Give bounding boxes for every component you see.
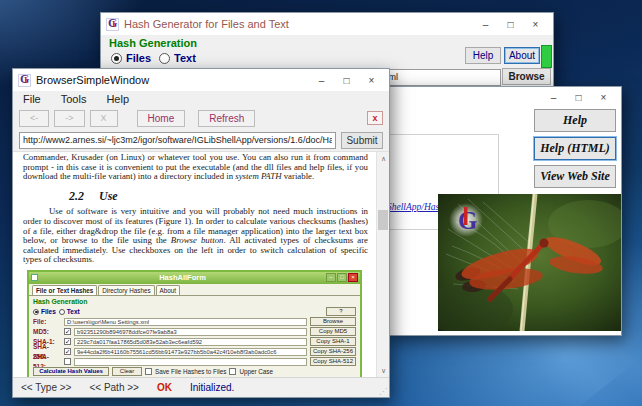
close-icon[interactable]: × — [359, 71, 384, 90]
status-initialized: Initialized. — [190, 382, 234, 393]
hash-generation-group-label: Hash Generation — [33, 297, 356, 307]
scroll-down-icon[interactable]: ∨ — [377, 364, 389, 377]
tab-file-or-text-hashes: File or Text Hashes — [32, 285, 97, 295]
view-website-button[interactable]: View Web Site — [534, 165, 616, 188]
sha512-hash-field — [74, 358, 307, 366]
radio-dot-icon — [111, 53, 122, 64]
browse-button: Browse — [310, 317, 356, 326]
sha1-hash-field: 229c7da017faa17865d5d083e52ab3ec6eafd592 — [74, 338, 307, 346]
browser-titlebar[interactable]: GI BrowserSimpleWindow – □ × — [13, 69, 389, 91]
app-logo-icon: GI — [106, 18, 119, 31]
text-radio: Text — [59, 307, 80, 317]
md5-checkbox: ✓ — [64, 328, 71, 335]
tab-about: About — [156, 285, 180, 295]
hash-generator-titlebar[interactable]: GI Hash Generator for Files and Text – □… — [101, 13, 553, 35]
save-hashes-checkbox — [145, 368, 152, 375]
window-title: Hash Generator for Files and Text — [124, 18, 289, 30]
about-button[interactable]: About — [504, 47, 540, 64]
calculate-hash-values-button: Calculate Hash Values — [33, 367, 109, 376]
minimize-icon[interactable]: – — [309, 71, 334, 90]
md5-hash-field: b92351290b8946978ddfce07fe9ab8a3 — [74, 328, 307, 336]
document-view: Commander, Krusader (on Linux) or whatev… — [13, 152, 376, 377]
sha256-checkbox: ✓ — [64, 348, 71, 355]
home-button[interactable]: Home — [137, 110, 186, 127]
status-type: << Type >> — [21, 382, 71, 393]
resize-grip[interactable]: ⋰ — [379, 387, 387, 396]
browser-toolbar: <- -> X Home Refresh x — [13, 107, 389, 129]
maximize-icon[interactable]: □ — [566, 88, 591, 107]
minimize-icon: – — [326, 273, 336, 282]
help-button[interactable]: Help — [465, 47, 501, 64]
scroll-up-icon[interactable]: ∧ — [377, 152, 389, 165]
status-ok: OK — [157, 382, 172, 393]
stop-button[interactable]: X — [90, 110, 118, 127]
help-about-window: – □ × ShellApp/HashForm Help Help (HTML)… — [386, 86, 622, 336]
browse-button[interactable]: Browse — [502, 68, 551, 85]
close-icon[interactable]: × — [523, 15, 548, 34]
maximize-icon[interactable]: □ — [498, 15, 523, 34]
sha512-checkbox — [64, 358, 71, 365]
file-path-field: D:\users\igor\Menu Settings.xml — [64, 318, 307, 326]
sha256-hash-field: 9e44cda2f6b41160b75561cd56bb91473e927bb5… — [74, 348, 307, 356]
clear-button: Clear — [112, 367, 142, 376]
menu-bar: File Tools Help — [13, 91, 389, 107]
copy-sha256-button: Copy SHA-256 — [310, 347, 356, 356]
maximize-icon: □ — [337, 273, 347, 282]
files-radio[interactable]: Files — [111, 52, 151, 64]
maximize-icon[interactable]: □ — [334, 71, 359, 90]
text-radio[interactable]: Text — [159, 52, 196, 64]
help-about-titlebar[interactable]: – □ × — [387, 87, 621, 107]
menu-tools[interactable]: Tools — [61, 93, 87, 105]
copy-md5-button: Copy MD5 — [310, 327, 356, 336]
url-input[interactable] — [19, 132, 336, 149]
menu-file[interactable]: File — [23, 93, 41, 105]
address-bar: Submit — [13, 129, 389, 151]
photo-logo-g: G — [458, 207, 477, 234]
hash-generation-group-label: Hash Generation — [109, 37, 197, 49]
tab-directory-hashes: Directory Hashes — [98, 285, 154, 295]
section-heading: 2.2Use — [69, 192, 368, 202]
photo-logo-i — [464, 207, 468, 225]
hashallform-tabs: File or Text Hashes Directory Hashes Abo… — [29, 284, 360, 295]
help-button[interactable]: Help — [534, 109, 616, 132]
status-indicator — [541, 45, 552, 68]
menu-help[interactable]: Help — [106, 93, 129, 105]
radio-dot-icon — [159, 53, 170, 64]
close-icon[interactable]: × — [591, 88, 616, 107]
back-button[interactable]: <- — [19, 110, 49, 127]
paragraph: Commander, Krusader (on Linux) or whatev… — [23, 153, 368, 182]
hashallform-figure: HashAllForm – □ × File or Text Hashes Di… — [27, 270, 362, 377]
copy-sha512-button: Copy SHA-512 — [310, 357, 356, 366]
copy-sha1-button: Copy SHA-1 — [310, 337, 356, 346]
help-html-button[interactable]: Help (HTML) — [534, 137, 616, 160]
browser-window: GI BrowserSimpleWindow – □ × File Tools … — [12, 68, 390, 398]
sha1-checkbox: ✓ — [64, 338, 71, 345]
scrollbar-thumb[interactable] — [378, 210, 388, 230]
status-bar: << Type >> << Path >> OK Initialized. ⋰ — [13, 377, 389, 397]
refresh-button[interactable]: Refresh — [198, 110, 255, 127]
app-logo-icon: GI — [18, 74, 31, 87]
submit-button[interactable]: Submit — [341, 132, 383, 149]
minimize-icon[interactable]: – — [473, 15, 498, 34]
app-logo-icon — [31, 274, 38, 281]
dragonfly-photo: G — [438, 194, 621, 331]
paragraph: Use of software is very intuitive and yo… — [23, 207, 368, 265]
files-radio: Files — [33, 307, 56, 317]
status-path: << Path >> — [89, 382, 139, 393]
help-question-button: ? — [326, 307, 356, 316]
upper-case-checkbox — [229, 368, 236, 375]
window-title: BrowserSimpleWindow — [36, 74, 149, 86]
vertical-scrollbar[interactable]: ∧ ∨ — [376, 152, 389, 377]
close-icon: × — [348, 273, 358, 282]
close-document-button[interactable]: x — [367, 111, 383, 125]
minimize-icon[interactable]: – — [541, 88, 566, 107]
hashallform-titlebar: HashAllForm – □ × — [29, 272, 360, 284]
forward-button[interactable]: -> — [54, 110, 84, 127]
